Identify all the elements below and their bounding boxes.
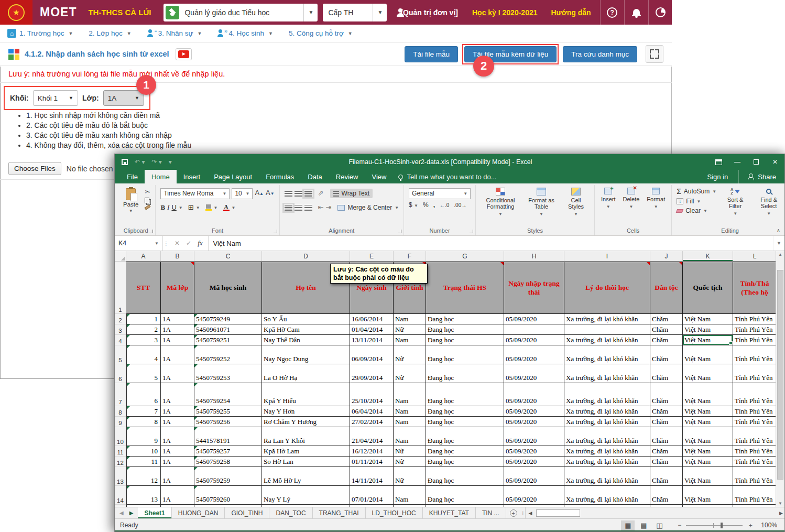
header-cell-C1[interactable]: Mã học sinh xyxy=(194,262,262,314)
cell-D10[interactable]: Ra Lan Y Khôi xyxy=(262,427,350,446)
cell-C11[interactable]: 5450759257 xyxy=(194,446,262,457)
cell-D14[interactable]: Nay Y Lý xyxy=(262,486,350,505)
column-header-H[interactable]: H xyxy=(504,251,564,261)
cell-G9[interactable]: Đang học xyxy=(426,417,504,427)
tab-data[interactable]: Data xyxy=(301,170,329,183)
cell-E10[interactable]: 21/04/2014 xyxy=(350,427,394,446)
cell-A4[interactable]: 3 xyxy=(126,335,161,345)
cell-C7[interactable]: 5450759254 xyxy=(194,383,262,406)
cell-A13[interactable]: 12 xyxy=(126,467,161,486)
column-header-D[interactable]: D xyxy=(262,251,350,261)
cell-A9[interactable]: 8 xyxy=(126,417,161,427)
reports-button[interactable] xyxy=(648,0,672,25)
cell-A10[interactable]: 9 xyxy=(126,427,161,446)
conditional-formatting-button[interactable]: Conditional Formatting ▼ xyxy=(481,187,520,218)
khoi-select[interactable]: Khối 1 ▼ xyxy=(33,90,78,106)
font-size-select[interactable]: 10▼ xyxy=(232,188,253,199)
cell-C8[interactable]: 5450759255 xyxy=(194,406,262,417)
prev-sheet-icon[interactable]: ◀ xyxy=(119,510,124,516)
tab-splitter[interactable]: ⁞ xyxy=(521,507,526,518)
help-button[interactable]: ? xyxy=(600,0,624,25)
cell-J14[interactable]: Chăm xyxy=(650,486,683,505)
currency-button[interactable]: $ ▼ xyxy=(409,201,418,209)
sheet-tab-dantoc[interactable]: DAN_TOC xyxy=(269,507,312,518)
row-header[interactable]: 11 xyxy=(115,446,126,457)
cell-H6[interactable]: 05/09/2020 xyxy=(504,364,564,383)
cell-J6[interactable]: Chăm xyxy=(650,364,683,383)
cell-H13[interactable]: 05/09/2020 xyxy=(504,467,564,486)
cell-J2[interactable]: Chăm xyxy=(650,314,683,324)
cell-B10[interactable]: 1A xyxy=(161,427,194,446)
tab-insert[interactable]: Insert xyxy=(177,170,208,183)
cell-A14[interactable]: 13 xyxy=(126,486,161,505)
level-select[interactable]: Cấp TH ▼ xyxy=(323,4,387,21)
cell-C4[interactable]: 5450759251 xyxy=(194,335,262,345)
cell-J11[interactable]: Chăm xyxy=(650,446,683,457)
tab-view[interactable]: View xyxy=(365,170,393,183)
row-header[interactable]: 10 xyxy=(115,427,126,446)
cell-H11[interactable]: 05/09/2020 xyxy=(504,446,564,457)
cell-H2[interactable]: 05/09/2020 xyxy=(504,314,564,324)
nav-cong-cu[interactable]: 5. Công cụ hỗ trợ ▼ xyxy=(289,29,353,37)
cell-B9[interactable]: 1A xyxy=(161,417,194,427)
cell-K7[interactable]: Việt Nam xyxy=(683,383,733,406)
comma-button[interactable]: , xyxy=(433,201,435,209)
cell-I2[interactable]: Xa trường, đi lại khó khăn xyxy=(564,314,650,324)
cell-H7[interactable]: 05/09/2020 xyxy=(504,383,564,406)
cell-I12[interactable]: Xa trường, đi lại khó khăn xyxy=(564,457,650,467)
cancel-icon[interactable]: ✕ xyxy=(175,240,180,247)
choose-files-button[interactable]: Choose Files xyxy=(8,162,61,175)
cell-G6[interactable]: Đang học xyxy=(426,364,504,383)
sheet-tab-gioitinh[interactable]: GIOI_TINH xyxy=(225,507,269,518)
cell-D13[interactable]: Lê Mô Hờ Ly xyxy=(262,467,350,486)
cell-G5[interactable]: Đang học xyxy=(426,345,504,364)
cell-E12[interactable]: 01/11/2014 xyxy=(350,457,394,467)
cell-K6[interactable]: Việt Nam xyxy=(683,364,733,383)
cell-E11[interactable]: 16/12/2014 xyxy=(350,446,394,457)
cell-J9[interactable]: Chăm xyxy=(650,417,683,427)
cell-C14[interactable]: 5450759260 xyxy=(194,486,262,505)
cell-I6[interactable]: Xa trường, đi lại khó khăn xyxy=(564,364,650,383)
find-select-button[interactable]: Find & Select ▼ xyxy=(754,187,783,218)
cell-E9[interactable]: 27/02/2014 xyxy=(350,417,394,427)
row-header[interactable]: 8 xyxy=(115,406,126,417)
cell-I5[interactable]: Xa trường, đi lại khó khăn xyxy=(564,345,650,364)
cell-J3[interactable]: Chăm xyxy=(650,324,683,335)
cell-E5[interactable]: 06/09/2014 xyxy=(350,345,394,364)
cell-E13[interactable]: 14/11/2014 xyxy=(350,467,394,486)
excel-title-bar[interactable]: ↶ ▾ ↷ ▾ ▾ Filemau-C1-HocSinh-ver2-data.x… xyxy=(115,154,784,170)
cell-F3[interactable]: Nữ xyxy=(394,324,426,335)
cell-B14[interactable]: 1A xyxy=(161,486,194,505)
sheet-tab-trangthai[interactable]: TRANG_THAI xyxy=(313,507,366,518)
format-cells-button[interactable]: Format ▼ xyxy=(645,187,667,211)
header-cell-B1[interactable]: Mã lớp xyxy=(161,262,194,314)
sheet-tab-huongdan[interactable]: HUONG_DAN xyxy=(172,507,225,518)
header-cell-A1[interactable]: STT xyxy=(126,262,161,314)
cell-K11[interactable]: Việt Nam xyxy=(683,446,733,457)
cell-J13[interactable]: Chăm xyxy=(650,467,683,486)
tab-review[interactable]: Review xyxy=(329,170,365,183)
cell-G4[interactable]: Đang học xyxy=(426,335,504,345)
scroll-left-icon[interactable]: ◀ xyxy=(526,511,535,516)
cell-K10[interactable]: Việt Nam xyxy=(683,427,733,446)
sheet-tab-khuyettat[interactable]: KHUYET_TAT xyxy=(423,507,476,518)
cell-H14[interactable]: 05/09/2020 xyxy=(504,486,564,505)
decrease-decimal-button[interactable]: .00→ xyxy=(454,202,466,208)
cell-E2[interactable]: 16/06/2014 xyxy=(350,314,394,324)
cell-A11[interactable]: 10 xyxy=(126,446,161,457)
help-link[interactable]: Hướng dẫn xyxy=(551,8,591,17)
cell-F10[interactable]: Nam xyxy=(394,427,426,446)
normal-view-button[interactable]: ▦ xyxy=(621,520,635,530)
horizontal-scrollbar[interactable]: ◀ ▶ xyxy=(525,507,784,518)
align-left-button[interactable] xyxy=(285,205,292,211)
header-cell-K1[interactable]: Quốc tịch xyxy=(683,262,733,314)
header-cell-I1[interactable]: Lý do thôi học xyxy=(564,262,650,314)
format-painter-button[interactable] xyxy=(145,204,151,210)
align-right-button[interactable] xyxy=(304,205,312,211)
cell-D3[interactable]: Kpă Hờ Cam xyxy=(262,324,350,335)
cell-C3[interactable]: 5450961071 xyxy=(194,324,262,335)
cell-F8[interactable]: Nam xyxy=(394,406,426,417)
ribbon-display-options-button[interactable] xyxy=(709,154,728,170)
bottom-align-button[interactable] xyxy=(304,191,312,197)
copy-button[interactable] xyxy=(145,198,149,203)
